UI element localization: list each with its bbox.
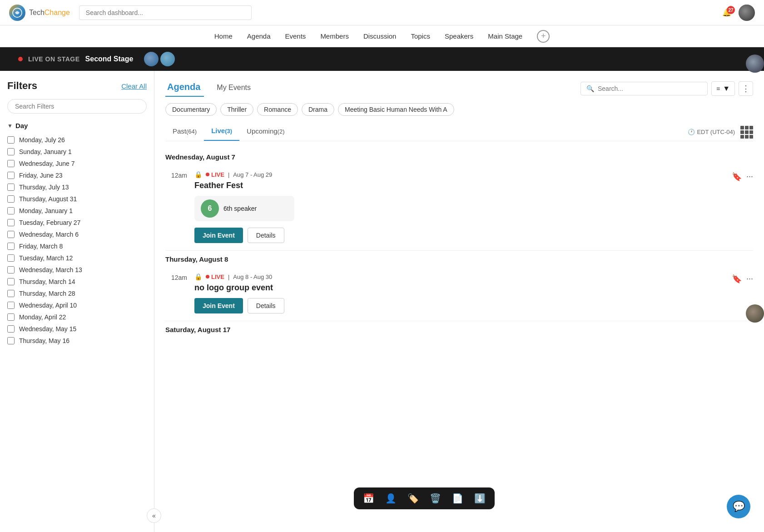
filter-day-5[interactable]: Thursday, August 31 bbox=[7, 193, 147, 205]
event-title-1: Feather Fest bbox=[194, 181, 724, 190]
more-options-2[interactable]: ··· bbox=[746, 274, 753, 283]
live-dot bbox=[18, 57, 23, 61]
filter-day-9[interactable]: Friday, March 8 bbox=[7, 240, 147, 252]
toolbar-tag-icon[interactable]: 🏷️ bbox=[407, 493, 419, 504]
grid-view-button[interactable] bbox=[740, 126, 753, 139]
filter-day-13-checkbox[interactable] bbox=[7, 290, 15, 297]
toolbar-file-icon[interactable]: 📄 bbox=[452, 493, 463, 504]
join-event-button-2[interactable]: Join Event bbox=[194, 298, 243, 313]
time-tabs: Past(64) Live(3) Upcoming(2) 🕐 EDT (UTC-… bbox=[165, 123, 753, 141]
filter-day-17[interactable]: Thursday, May 16 bbox=[7, 335, 147, 347]
filter-day-6[interactable]: Monday, January 1 bbox=[7, 205, 147, 217]
filter-day-7-checkbox[interactable] bbox=[7, 219, 15, 226]
nav-home[interactable]: Home bbox=[214, 32, 233, 40]
toolbar-download-icon[interactable]: ⬇️ bbox=[474, 493, 486, 504]
tab-live[interactable]: Live(3) bbox=[204, 123, 239, 141]
filter-day-10-checkbox[interactable] bbox=[7, 254, 15, 262]
filter-day-16-checkbox[interactable] bbox=[7, 325, 15, 333]
filter-day-11-checkbox[interactable] bbox=[7, 266, 15, 273]
notification-bell[interactable]: 🔔 27 bbox=[722, 8, 731, 17]
event-meta-1: 🔒 LIVE | Aug 7 - Aug 29 bbox=[194, 171, 724, 178]
tab-agenda[interactable]: Agenda bbox=[165, 80, 204, 97]
clear-all-button[interactable]: Clear All bbox=[121, 82, 147, 90]
past-count: (64) bbox=[186, 128, 197, 135]
filter-day-15[interactable]: Monday, April 22 bbox=[7, 311, 147, 323]
chat-icon: 💬 bbox=[733, 501, 745, 512]
more-options-button[interactable]: ⋮ bbox=[739, 81, 753, 96]
filter-day-0-checkbox[interactable] bbox=[7, 136, 15, 144]
filter-day-15-label: Monday, April 22 bbox=[19, 313, 66, 321]
tab-upcoming[interactable]: Upcoming(2) bbox=[239, 124, 292, 140]
logo[interactable]: TechChange bbox=[9, 5, 70, 21]
join-event-button-1[interactable]: Join Event bbox=[194, 228, 243, 243]
filter-day-11-label: Wednesday, March 13 bbox=[19, 266, 82, 273]
filter-day-1[interactable]: Sunday, January 1 bbox=[7, 146, 147, 158]
tab-past[interactable]: Past(64) bbox=[165, 124, 204, 140]
toolbar-person-icon[interactable]: 👤 bbox=[385, 493, 397, 504]
nav-speakers[interactable]: Speakers bbox=[445, 32, 473, 40]
filter-day-4[interactable]: Thursday, July 13 bbox=[7, 181, 147, 193]
nav-discussion[interactable]: Discussion bbox=[363, 32, 397, 40]
filter-day-12[interactable]: Thursday, March 14 bbox=[7, 276, 147, 288]
filter-day-5-checkbox[interactable] bbox=[7, 195, 15, 203]
avatar[interactable] bbox=[739, 5, 755, 21]
nav-events[interactable]: Events bbox=[285, 32, 306, 40]
nav-members[interactable]: Members bbox=[320, 32, 349, 40]
speaker-label: 6th speaker bbox=[223, 205, 257, 212]
search-filters-input[interactable] bbox=[7, 99, 147, 114]
filter-day-6-checkbox[interactable] bbox=[7, 207, 15, 214]
filter-day-11[interactable]: Wednesday, March 13 bbox=[7, 264, 147, 276]
chat-button[interactable]: 💬 bbox=[727, 495, 750, 518]
tag-thriller[interactable]: Thriller bbox=[220, 103, 253, 116]
bookmark-icon-2[interactable]: 🔖 bbox=[732, 274, 742, 284]
nav-topics[interactable]: Topics bbox=[411, 32, 430, 40]
filter-day-14[interactable]: Wednesday, April 10 bbox=[7, 299, 147, 311]
filter-day-12-label: Thursday, March 14 bbox=[19, 278, 75, 285]
view-toggle-button[interactable]: ≡ ▼ bbox=[711, 81, 735, 96]
filter-day-3-checkbox[interactable] bbox=[7, 172, 15, 179]
toolbar-calendar-icon[interactable]: 📅 bbox=[363, 493, 374, 504]
filter-day-14-checkbox[interactable] bbox=[7, 302, 15, 309]
filter-day-15-checkbox[interactable] bbox=[7, 313, 15, 321]
filter-day-2[interactable]: Wednesday, June 7 bbox=[7, 158, 147, 169]
filter-day-4-checkbox[interactable] bbox=[7, 184, 15, 191]
filter-day-16[interactable]: Wednesday, May 15 bbox=[7, 323, 147, 335]
toolbar-trash-icon[interactable]: 🗑️ bbox=[430, 493, 441, 504]
details-button-1[interactable]: Details bbox=[248, 228, 284, 243]
nav-main-stage[interactable]: Main Stage bbox=[488, 32, 522, 40]
chevron-down-icon: ▼ bbox=[7, 123, 13, 129]
tag-romance[interactable]: Romance bbox=[257, 103, 298, 116]
agenda-search-input[interactable] bbox=[598, 85, 702, 92]
filter-day-7[interactable]: Tuesday, February 27 bbox=[7, 217, 147, 229]
details-button-2[interactable]: Details bbox=[248, 298, 284, 313]
nav-agenda[interactable]: Agenda bbox=[247, 32, 271, 40]
filter-day-8-checkbox[interactable] bbox=[7, 231, 15, 238]
stage-avatar-2[interactable] bbox=[160, 52, 175, 66]
filter-day-3[interactable]: Friday, June 23 bbox=[7, 169, 147, 181]
add-nav-button[interactable]: + bbox=[537, 30, 550, 43]
filter-day-17-checkbox[interactable] bbox=[7, 337, 15, 344]
event-actions-1: Join Event Details bbox=[194, 228, 724, 243]
filter-day-14-label: Wednesday, April 10 bbox=[19, 302, 77, 309]
bookmark-icon-1[interactable]: 🔖 bbox=[732, 172, 742, 182]
sidebar-collapse-button[interactable]: « bbox=[147, 508, 161, 523]
filter-day-9-checkbox[interactable] bbox=[7, 243, 15, 250]
live-banner: LIVE ON STAGE Second Stage bbox=[0, 47, 764, 71]
search-input[interactable] bbox=[79, 5, 252, 20]
stage-avatar-1[interactable] bbox=[144, 52, 159, 66]
tab-my-events[interactable]: My Events bbox=[213, 82, 254, 95]
event-time-1: 12am bbox=[165, 171, 187, 179]
tag-documentary[interactable]: Documentary bbox=[165, 103, 217, 116]
filter-day-8[interactable]: Wednesday, March 6 bbox=[7, 229, 147, 240]
more-options-1[interactable]: ··· bbox=[746, 172, 753, 181]
event-title-2: no logo group event bbox=[194, 283, 724, 293]
filter-day-12-checkbox[interactable] bbox=[7, 278, 15, 285]
filter-day-0[interactable]: Monday, July 26 bbox=[7, 134, 147, 146]
filter-day-10[interactable]: Tuesday, March 12 bbox=[7, 252, 147, 264]
filter-day-2-checkbox[interactable] bbox=[7, 160, 15, 167]
day-filter-section[interactable]: ▼ Day bbox=[7, 122, 147, 129]
filter-day-1-checkbox[interactable] bbox=[7, 148, 15, 155]
tag-meeting[interactable]: Meeting Basic Human Needs With A bbox=[338, 103, 454, 116]
filter-day-13[interactable]: Thursday, March 28 bbox=[7, 288, 147, 299]
tag-drama[interactable]: Drama bbox=[302, 103, 334, 116]
